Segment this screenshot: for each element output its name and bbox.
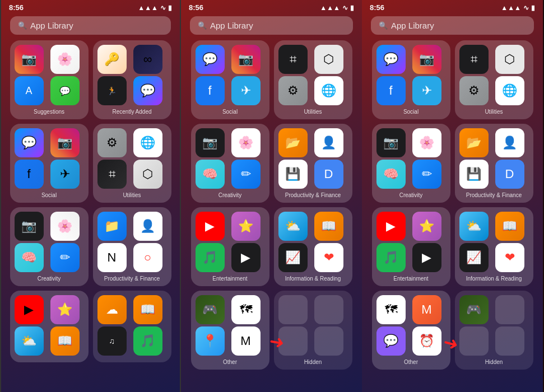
docs-right: D xyxy=(495,160,524,189)
recently-added-folder[interactable]: 🔑 ∞ 🏃 💬 Recently Added xyxy=(93,40,171,119)
extra4: 🎵 xyxy=(133,326,162,356)
starred-icon-left: ⭐ xyxy=(50,295,80,324)
entertainment-label-right: Entertainment xyxy=(393,276,428,282)
messenger-right: 💬 xyxy=(376,45,406,74)
search-text-mid: App Library xyxy=(210,21,253,30)
info-icons-right: ⛅ 📖 📈 ❤ xyxy=(459,212,529,272)
starred-right: ⭐ xyxy=(412,212,441,241)
right-row-1: 💬 📷 f ✈ Social ⌗ ⬡ ⚙ 🌐 Utilities xyxy=(368,40,537,119)
books-mid: 📖 xyxy=(314,212,343,241)
status-bar-mid: 8:56 ▲▲▲ ∿ ▮ xyxy=(181,0,362,13)
other-label-mid: Other xyxy=(223,359,237,365)
facebook-right: f xyxy=(376,76,406,105)
instagram-icon: 📷 xyxy=(15,45,44,74)
search-icon-mid: 🔍 xyxy=(198,21,207,30)
social-folder-left[interactable]: 💬 📷 f ✈ Social xyxy=(10,124,89,203)
files-right: 📂 xyxy=(459,128,489,157)
status-icons-mid: ▲▲▲ ∿ ▮ xyxy=(320,4,354,12)
utilities-folder-left[interactable]: ⚙ 🌐 ⌗ ⬡ Utilities xyxy=(93,124,171,203)
hidden-mid[interactable]: Hidden xyxy=(274,291,352,370)
drive-right: 💾 xyxy=(459,160,489,189)
hidden-icons-right: 🎮 xyxy=(459,295,529,356)
creativity-right[interactable]: 📷 🌸 🧠 ✏ Creativity xyxy=(372,124,450,203)
utilities-label-right: Utilities xyxy=(485,109,503,115)
other-icons-mid: 🎮 🗺 📍 M xyxy=(196,295,265,356)
hidden2-mid xyxy=(314,295,343,324)
utilities-mid[interactable]: ⌗ ⬡ ⚙ 🌐 Utilities xyxy=(274,40,352,119)
other-right[interactable]: 🗺 M 💬 ⏰ Other xyxy=(372,291,450,370)
other-label-right: Other xyxy=(404,359,418,365)
extra-folder-left[interactable]: ☁ 📖 ♫ 🎵 xyxy=(93,291,171,362)
utilities-icons: ⚙ 🌐 ⌗ ⬡ xyxy=(97,128,167,189)
folder-row-2: 💬 📷 f ✈ Social ⚙ 🌐 ⌗ ⬡ Utilities xyxy=(7,124,174,203)
other-mid[interactable]: 🎮 🗺 📍 M Other xyxy=(191,291,269,370)
googlemaps-right: 🗺 xyxy=(376,295,406,324)
creativity-folder-left[interactable]: 📷 🌸 🧠 ✏ Creativity xyxy=(10,207,89,286)
entertainment-folder-left[interactable]: ▶ ⭐ ⛅ 📖 xyxy=(10,291,89,362)
hidden-right-2 xyxy=(495,295,524,324)
social-label: Social xyxy=(41,192,57,198)
social-mid[interactable]: 💬 📷 f ✈ Social xyxy=(191,40,269,119)
suggestions-folder[interactable]: 📷 🌸 A 💬 Suggestions xyxy=(10,40,89,119)
battery-icon: ▮ xyxy=(168,4,172,12)
freeform-icon: ✏ xyxy=(50,243,80,272)
signal-icon-right: ▲▲▲ xyxy=(501,4,521,12)
hidden-right-4 xyxy=(495,326,524,356)
hidden-label-mid: Hidden xyxy=(304,359,322,365)
info-reading-mid[interactable]: ⛅ 📖 📈 ❤ Information & Reading xyxy=(274,207,352,286)
hidden1-mid xyxy=(278,295,308,324)
info-reading-right[interactable]: ⛅ 📖 📈 ❤ Information & Reading xyxy=(455,207,533,286)
hidden-right[interactable]: 🎮 Hidden xyxy=(455,291,533,370)
spotify-right: 🎵 xyxy=(376,243,406,272)
settings-mid: ⚙ xyxy=(278,76,308,105)
time-right: 8:56 xyxy=(370,3,384,12)
productivity-folder-left[interactable]: 📁 👤 N ○ Productivity & Finance xyxy=(93,207,171,286)
social-icons-right: 💬 📷 f ✈ xyxy=(376,45,446,105)
productivity-mid[interactable]: 📂 👤 💾 D Productivity & Finance xyxy=(274,124,352,203)
signal-icon: ▲▲▲ xyxy=(138,4,158,12)
altstore-right: ⬡ xyxy=(495,45,524,74)
creativity-mid[interactable]: 📷 🌸 🧠 ✏ Creativity xyxy=(191,124,269,203)
right-row-3: ▶ ⭐ 🎵 ▶ Entertainment ⛅ 📖 📈 ❤ Informatio… xyxy=(368,207,537,286)
extra2: 📖 xyxy=(133,295,162,324)
calc-right: ⌗ xyxy=(459,45,489,74)
altstore-icon: ⬡ xyxy=(133,160,162,189)
hidden-icons-mid xyxy=(278,295,348,356)
search-text-left: App Library xyxy=(30,21,73,30)
entertainment-mid[interactable]: ▶ ⭐ 🎵 ▶ Entertainment xyxy=(191,207,269,286)
chrome-icon: 🌐 xyxy=(133,128,162,157)
reminders-icon: ○ xyxy=(133,243,162,272)
signal-icon-mid: ▲▲▲ xyxy=(320,4,340,12)
search-bar-left[interactable]: 🔍 App Library xyxy=(10,16,171,35)
freeform-mid: ✏ xyxy=(231,160,261,189)
docs-mid: D xyxy=(314,160,343,189)
utilities-icons-mid: ⌗ ⬡ ⚙ 🌐 xyxy=(278,45,348,105)
other4-right: ⏰ xyxy=(412,326,441,356)
chat-right: 💬 xyxy=(376,326,406,356)
weather-mid: ⛅ xyxy=(278,212,308,241)
utilities-right[interactable]: ⌗ ⬡ ⚙ 🌐 Utilities xyxy=(455,40,533,119)
creativity-icons: 📷 🌸 🧠 ✏ xyxy=(15,212,84,272)
search-bar-right[interactable]: 🔍 App Library xyxy=(371,16,534,35)
hidden-label-right: Hidden xyxy=(485,359,503,365)
entertainment-right[interactable]: ▶ ⭐ 🎵 ▶ Entertainment xyxy=(372,207,450,286)
wifi-icon: ∿ xyxy=(160,4,166,12)
productivity-icons-right: 📂 👤 💾 D xyxy=(459,128,529,189)
productivity-right[interactable]: 📂 👤 💾 D Productivity & Finance xyxy=(455,124,533,203)
search-bar-mid[interactable]: 🔍 App Library xyxy=(190,16,353,35)
info-icons-mid: ⛅ 📖 📈 ❤ xyxy=(278,212,348,272)
creativity-icons-mid: 📷 🌸 🧠 ✏ xyxy=(196,128,265,189)
camera-icon: 📷 xyxy=(15,212,44,241)
app-grid-left: 📷 🌸 A 💬 Suggestions 🔑 ∞ 🏃 💬 xyxy=(1,40,180,362)
time-mid: 8:56 xyxy=(189,3,203,12)
contacts-icon: 👤 xyxy=(133,212,162,241)
youtube-icon-left: ▶ xyxy=(15,295,44,324)
social-right[interactable]: 💬 📷 f ✈ Social xyxy=(372,40,450,119)
extra1: ☁ xyxy=(97,295,127,324)
infinity-icon: ∞ xyxy=(133,45,162,74)
left-phone: 8:56 ▲▲▲ ∿ ▮ 🔍 App Library 📷 🌸 A 💬 xyxy=(0,0,181,392)
settings-icon: ⚙ xyxy=(97,128,127,157)
game-right: 🎮 xyxy=(459,295,489,324)
status-bar-left: 8:56 ▲▲▲ ∿ ▮ xyxy=(1,0,180,13)
time-left: 8:56 xyxy=(9,3,24,12)
